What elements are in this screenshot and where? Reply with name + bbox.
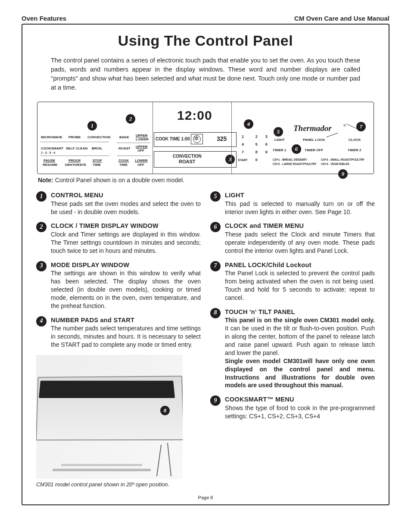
pad-cooksmart-sub: 1 · 2 · 3 · 4 [41, 151, 55, 155]
list-item: 8TOUCH 'n' TILT PANELThis panel is on th… [210, 308, 375, 390]
pad-light: LIGHT [274, 138, 285, 142]
display-cooktime: COOK TIME 1:00 [156, 137, 190, 141]
callout-9-icon: 9 [338, 169, 348, 179]
item-title: CLOCK and TIMER MENU [225, 222, 304, 229]
num-2: 2 [252, 133, 261, 140]
pad-roast: ROAST [118, 147, 131, 151]
pad-stoptime: TIME [93, 163, 101, 167]
item-title: CONTROL MENU [51, 192, 103, 199]
pad-cooksmart: COOKSMART [41, 147, 63, 151]
callout-5-icon: 5 [274, 127, 283, 137]
item-title: MODE DISPLAY WINDOW [51, 261, 129, 268]
callout-7-icon: 7 [356, 122, 366, 131]
item-title: COOKSMART™ MENU [225, 396, 294, 403]
bullet-icon: 1 [36, 191, 47, 202]
list-item: 3MODE DISPLAY WINDOWThe settings are sho… [36, 261, 201, 310]
pad-panellock: PANEL LOCK [303, 138, 325, 142]
item-body: Clock and Timer settings are displayed i… [51, 231, 201, 254]
num-4: 4 [234, 141, 251, 148]
cs-note-3: CS+3 - SMALL ROAST/POULTRY [321, 158, 364, 161]
pad-probe: PROBE [68, 136, 81, 140]
pad-convection: CONVECTION [87, 136, 110, 140]
item-title: CLOCK / TIMER DISPLAY WINDOW [51, 222, 159, 229]
pad-timer2: TIMER 2 [348, 149, 361, 152]
pad-cooktime: TIME [119, 163, 128, 167]
photo-caption: CM301 model control panel shown in 20º o… [36, 482, 201, 488]
list-item: 1CONTROL MENUThese pads set the oven mod… [36, 191, 201, 216]
header-right: CM Oven Care and Use Manual [294, 15, 389, 22]
pad-lower3: LOWER [135, 159, 148, 163]
callout-6-icon: 6 [292, 144, 301, 154]
bullet-icon: 3 [36, 261, 47, 271]
item-title: LIGHT [225, 192, 244, 199]
bullet-icon: 4 [36, 316, 47, 327]
num-5: 5 [252, 141, 261, 148]
pad-proof: PROOF [68, 159, 81, 163]
bullet-icon: 5 [210, 191, 221, 202]
item-title: NUMBER PADS and START [51, 317, 134, 324]
num-start: START [234, 156, 251, 163]
panel-note: Note: Control Panel shown is on a double… [38, 177, 373, 184]
page-footer: Page 8 [22, 495, 389, 500]
pad-off3: OFF [137, 163, 144, 167]
pad-microwave: MICROWAVE [41, 136, 62, 140]
pad-timer1: TIMER 1 [273, 149, 286, 152]
control-panel-diagram: 1 MICROWAVE PROBE CONVECTION COOKSMART 1… [37, 102, 374, 174]
pad-dehydrate: DEHYDRATE [65, 163, 86, 167]
bullet-icon: 9 [210, 395, 221, 406]
display-convection: CONVECTION [173, 154, 202, 159]
item-body: This pad is selected to manually turn on… [225, 200, 375, 215]
note-text: Control Panel shown is on a double oven … [53, 177, 184, 184]
pad-selfclean: SELF CLEAN [66, 147, 87, 151]
cs-note-4: CS+4 - VEGETABLES [321, 162, 349, 165]
item-title: TOUCH 'n' TILT PANEL [225, 308, 295, 315]
num-7: 7 [234, 149, 251, 156]
cs-note-1: CS+1 - BREAD, DESSERT [273, 158, 307, 161]
intro-paragraph: The control panel contains a series of e… [51, 56, 360, 92]
pad-timeroff: TIMER OFF [305, 149, 323, 152]
item-title: PANEL LOCK/Child Lockout [225, 261, 311, 268]
pad-off2: OFF [137, 149, 144, 153]
pad-clock: CLOCK [349, 138, 361, 142]
pad-resume: RESUME [43, 163, 57, 167]
cs-note-2: CS+2 - LARGE ROAST/POULTRY [273, 162, 317, 165]
brand-reg: ® [343, 124, 346, 128]
display-roast: ROAST [179, 159, 196, 164]
callout-8-icon: 8 [160, 406, 170, 415]
pad-cook: COOK [118, 159, 129, 163]
list-item: 2CLOCK / TIMER DISPLAY WINDOWClock and T… [36, 222, 201, 255]
pad-bake: BAKE [119, 136, 129, 140]
item-body: These pads set the oven modes and select… [51, 200, 201, 215]
right-column: 5LIGHTThis pad is selected to manually t… [210, 191, 375, 488]
callout-1-icon: 1 [87, 121, 97, 131]
display-temp: 325 [217, 136, 227, 142]
pad-lower1: LOWER [136, 138, 149, 142]
header-left: Oven Features [22, 15, 66, 22]
cm301-photo: 8 [36, 355, 183, 479]
item-body: The Panel Lock is selected to prevent th… [225, 270, 375, 301]
list-item: 7PANEL LOCK/Child LockoutThe Panel Lock … [210, 261, 375, 302]
left-column: 1CONTROL MENUThese pads set the oven mod… [36, 191, 201, 488]
callout-4-icon: 4 [244, 119, 253, 129]
list-item: 5LIGHTThis pad is selected to manually t… [210, 191, 375, 216]
pad-broil: BROIL [92, 147, 103, 151]
num-0: 0 [252, 156, 261, 163]
item-body: This panel is on the single oven CM301 m… [225, 317, 375, 389]
item-body: The settings are shown in this window to… [51, 270, 201, 309]
list-item: 9COOKSMART™ MENUShows the type of food t… [210, 395, 375, 420]
fan-icon [193, 135, 201, 143]
num-8: 8 [252, 149, 261, 156]
item-body: These pads select the Clock and minute T… [225, 231, 375, 254]
pad-stop: STOP [93, 159, 102, 163]
num-1: 1 [234, 133, 251, 140]
bullet-icon: 7 [210, 261, 221, 271]
bullet-icon: 2 [36, 222, 47, 232]
note-label: Note: [38, 177, 53, 184]
display-clock: 12:00 [177, 108, 212, 123]
bullet-icon: 6 [210, 222, 221, 232]
pad-pause: PAUSE [44, 159, 55, 163]
bullet-icon: 8 [210, 308, 221, 318]
item-body: Shows the type of food to cook in the pr… [225, 404, 375, 420]
item-body: The number pads select temperatures and … [51, 325, 201, 348]
list-item: 4NUMBER PADS and STARTThe number pads se… [36, 316, 201, 349]
